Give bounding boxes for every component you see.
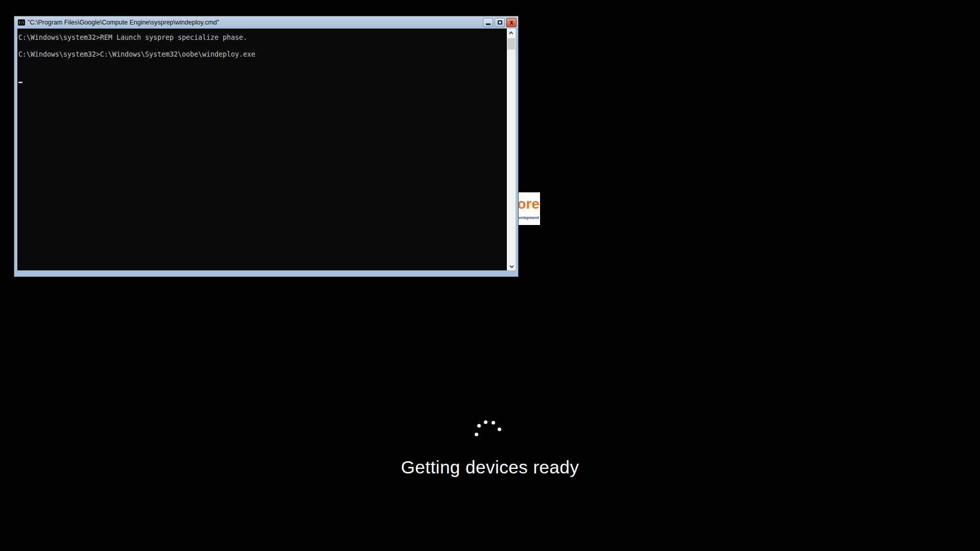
- spinner-dot: [484, 420, 487, 424]
- window-controls: x: [483, 18, 517, 27]
- scroll-up-button[interactable]: [507, 29, 516, 37]
- close-button[interactable]: x: [506, 18, 517, 27]
- vertical-scrollbar[interactable]: [507, 29, 516, 270]
- console-title: "C:\Program Files\Google\Compute Engine\…: [28, 19, 483, 26]
- maximize-icon: [498, 20, 502, 24]
- console-cursor: [18, 82, 22, 83]
- status-message: Getting devices ready: [0, 457, 980, 478]
- cmd-icon[interactable]: C:\: [18, 19, 25, 26]
- chevron-down-icon: [509, 264, 513, 268]
- minimize-icon: [486, 23, 491, 25]
- spinner-dot: [498, 428, 501, 431]
- spinner-dot: [475, 433, 478, 436]
- minimize-button[interactable]: [483, 18, 493, 27]
- maximize-button[interactable]: [495, 18, 505, 27]
- console-client-area: C:\Windows\system32>REM Launch sysprep s…: [17, 29, 516, 270]
- console-window: C:\ "C:\Program Files\Google\Compute Eng…: [14, 16, 519, 277]
- console-output[interactable]: C:\Windows\system32>REM Launch sysprep s…: [17, 29, 507, 270]
- spinner-dot: [477, 424, 481, 428]
- console-cursor-line: [18, 59, 507, 68]
- console-line: C:\Windows\system32>C:\Windows\System32\…: [18, 51, 507, 59]
- chevron-up-icon: [509, 31, 513, 35]
- background-window-logo-subtext: velopment: [519, 215, 539, 220]
- scroll-down-button[interactable]: [507, 262, 516, 270]
- console-line: [18, 42, 507, 51]
- scrollbar-thumb[interactable]: [507, 38, 515, 49]
- console-titlebar[interactable]: C:\ "C:\Program Files\Google\Compute Eng…: [14, 16, 518, 29]
- console-line: C:\Windows\system32>REM Launch sysprep s…: [18, 34, 507, 42]
- spinner-dot: [492, 421, 495, 424]
- background-window-logo-text: ore: [519, 197, 540, 211]
- close-icon: x: [510, 19, 513, 26]
- background-window-fragment[interactable]: ore velopment: [519, 192, 540, 225]
